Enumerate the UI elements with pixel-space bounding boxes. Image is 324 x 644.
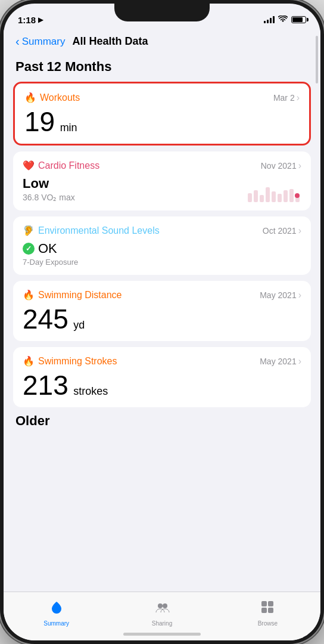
- svg-point-10: [158, 603, 163, 608]
- cardio-card-header: ❤️ Cardio Fitness Nov 2021 ›: [23, 160, 301, 171]
- sharing-tab-icon: [154, 599, 170, 618]
- notch: [114, 4, 210, 21]
- signal-bar-1: [264, 21, 266, 23]
- cardio-icon: ❤️: [23, 160, 35, 171]
- phone-screen: 1:18 ▶: [4, 4, 320, 640]
- cardio-body: Low 36.8 VO₂ max: [23, 176, 301, 202]
- swim-strk-date: May 2021 ›: [260, 356, 301, 367]
- swim-strk-unit: strokes: [73, 385, 108, 397]
- ok-value: OK: [38, 241, 57, 256]
- svg-point-9: [295, 193, 300, 198]
- workouts-date-text: Mar 2: [273, 93, 295, 103]
- cardio-title-row: ❤️ Cardio Fitness: [23, 160, 99, 171]
- tab-sharing[interactable]: Sharing: [141, 599, 183, 627]
- screen-content: ‹ Summary All Health Data Past 12 Months…: [4, 30, 320, 640]
- browse-tab-icon: [260, 599, 275, 618]
- status-time: 1:18 ▶: [18, 15, 43, 25]
- signal-bars: [264, 16, 275, 23]
- svg-point-11: [163, 603, 167, 608]
- cardio-value-label: Low: [23, 176, 75, 191]
- scrollbar-track: [316, 30, 318, 539]
- swim-dist-icon: 🔥: [23, 289, 35, 301]
- back-chevron-icon: ‹: [15, 35, 20, 48]
- svg-rect-4: [272, 191, 276, 202]
- section-past-months: Past 12 Months: [13, 59, 311, 75]
- cardio-date: Nov 2021 ›: [261, 160, 301, 171]
- workouts-date: Mar 2 ›: [273, 92, 300, 103]
- env-subtext: 7-Day Exposure: [23, 258, 301, 267]
- swim-strk-title-row: 🔥 Swimming Strokes: [23, 355, 117, 367]
- ok-status: ✓ OK: [23, 241, 301, 256]
- svg-rect-2: [260, 195, 264, 202]
- summary-tab-icon: [49, 599, 64, 618]
- tab-browse[interactable]: Browse: [247, 599, 288, 627]
- phone-frame: 1:18 ▶: [0, 0, 324, 644]
- swimming-distance-card[interactable]: 🔥 Swimming Distance May 2021 › 245 yd: [13, 281, 311, 341]
- swim-strk-title: Swimming Strokes: [38, 356, 117, 367]
- swim-dist-value-row: 245 yd: [23, 305, 301, 333]
- workouts-chevron-icon: ›: [297, 92, 300, 103]
- sharing-tab-label: Sharing: [152, 620, 172, 627]
- swim-dist-chevron-icon: ›: [298, 290, 301, 301]
- swim-strk-value-row: 213 strokes: [23, 371, 301, 399]
- status-icons: [264, 16, 306, 24]
- workouts-card[interactable]: 🔥 Workouts Mar 2 › 19 min: [13, 82, 311, 145]
- env-card-header: 🦻 Environmental Sound Levels Oct 2021 ›: [23, 225, 301, 236]
- env-chevron-icon: ›: [298, 225, 301, 236]
- swim-dist-date: May 2021 ›: [260, 290, 301, 301]
- svg-rect-3: [266, 187, 270, 202]
- scroll-area[interactable]: Past 12 Months 🔥 Workouts Mar 2 ›: [4, 53, 320, 592]
- ok-check-icon: ✓: [23, 243, 35, 255]
- svg-rect-12: [261, 601, 267, 606]
- browse-tab-label: Browse: [258, 620, 278, 627]
- swim-dist-date-text: May 2021: [260, 290, 296, 300]
- env-title: Environmental Sound Levels: [38, 225, 160, 236]
- svg-rect-14: [261, 608, 267, 613]
- home-indicator: [123, 633, 201, 636]
- tab-summary[interactable]: Summary: [36, 599, 77, 627]
- location-icon: ▶: [38, 16, 43, 24]
- back-button[interactable]: ‹ Summary: [15, 35, 65, 48]
- workouts-card-header: 🔥 Workouts Mar 2 ›: [24, 92, 300, 103]
- battery-icon: [291, 16, 306, 23]
- svg-rect-7: [289, 189, 294, 202]
- cardio-chevron-icon: ›: [298, 160, 301, 171]
- swim-dist-title-row: 🔥 Swimming Distance: [23, 289, 122, 301]
- swim-dist-header: 🔥 Swimming Distance May 2021 ›: [23, 289, 301, 301]
- svg-rect-6: [284, 190, 288, 202]
- cardio-date-text: Nov 2021: [261, 161, 297, 171]
- swim-dist-value: 245: [23, 304, 68, 335]
- back-label: Summary: [22, 36, 66, 48]
- swim-strk-chevron-icon: ›: [298, 356, 301, 367]
- swim-dist-unit: yd: [73, 319, 85, 331]
- env-title-row: 🦻 Environmental Sound Levels: [23, 225, 160, 236]
- cardio-title: Cardio Fitness: [38, 160, 99, 171]
- workouts-title: Workouts: [40, 92, 80, 103]
- signal-bar-4: [273, 16, 275, 23]
- signal-bar-2: [267, 20, 269, 23]
- section-older: Older: [13, 413, 311, 429]
- workouts-icon: 🔥: [24, 92, 36, 103]
- environmental-card[interactable]: 🦻 Environmental Sound Levels Oct 2021 › …: [13, 216, 311, 275]
- nav-header: ‹ Summary All Health Data: [4, 30, 320, 53]
- workouts-value: 19: [24, 106, 55, 137]
- cardio-fitness-card[interactable]: ❤️ Cardio Fitness Nov 2021 › Low 36.8 VO…: [13, 151, 311, 210]
- signal-bar-3: [270, 18, 272, 23]
- summary-tab-label: Summary: [43, 620, 69, 627]
- svg-rect-13: [268, 601, 273, 606]
- workouts-unit: min: [60, 122, 77, 134]
- swim-strk-icon: 🔥: [23, 355, 35, 367]
- battery-fill: [292, 17, 303, 22]
- cardio-chart: [248, 178, 301, 202]
- svg-rect-1: [254, 190, 258, 202]
- swim-strk-value: 213: [23, 370, 68, 401]
- swimming-strokes-card[interactable]: 🔥 Swimming Strokes May 2021 › 213 stroke…: [13, 347, 311, 407]
- env-date: Oct 2021 ›: [263, 225, 301, 236]
- nav-title: All Health Data: [72, 35, 148, 48]
- swim-strk-date-text: May 2021: [260, 357, 296, 366]
- svg-rect-15: [268, 608, 273, 613]
- svg-rect-5: [278, 194, 282, 202]
- env-date-text: Oct 2021: [263, 226, 297, 236]
- scrollbar-thumb: [316, 36, 318, 83]
- workouts-title-row: 🔥 Workouts: [24, 92, 80, 103]
